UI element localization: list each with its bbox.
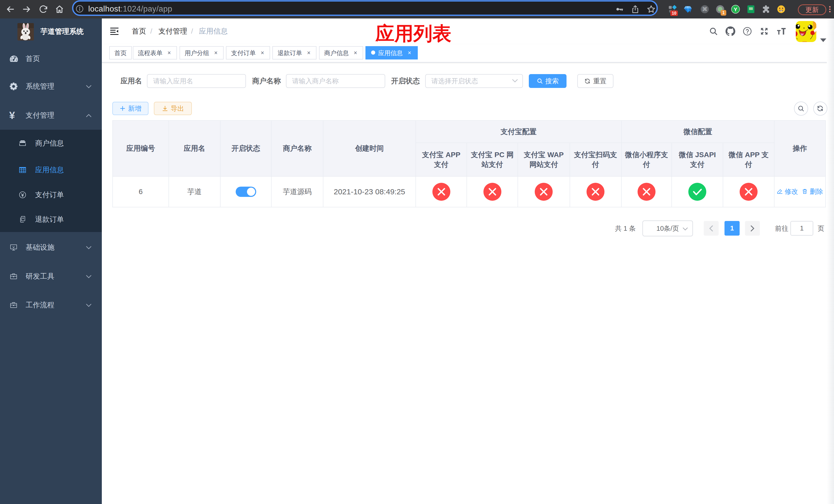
svg-text:Y: Y (734, 6, 737, 12)
svg-text:⌘: ⌘ (702, 6, 707, 12)
